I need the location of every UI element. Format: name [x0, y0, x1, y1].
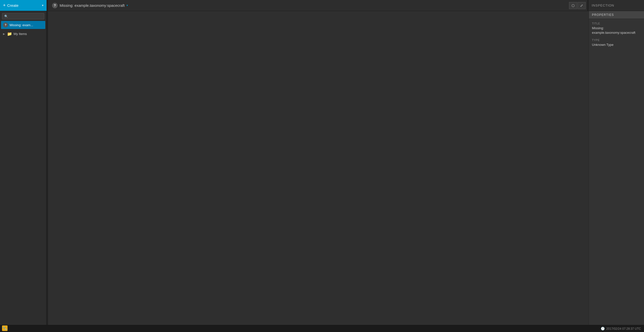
expand-icon: ⤢	[580, 4, 583, 8]
popout-icon: ⬡	[572, 4, 575, 8]
top-bar: + Create ▾ ? Missing: example.taxonomy:s…	[0, 0, 644, 11]
missing-item-sidebar-icon: ?	[3, 22, 8, 27]
inspection-panel: PROPERTIES TITLE Missing: example.taxono…	[589, 11, 644, 325]
inspection-header: INSPECTION	[589, 0, 644, 11]
sidebar-item-my-items-label: My Items	[14, 32, 27, 36]
expand-button[interactable]: ⤢	[578, 2, 586, 9]
sidebar-search-bar[interactable]: 🔍 ▾	[2, 13, 44, 19]
sidebar-item-missing-label: Missing: exam...	[10, 23, 33, 27]
main-content	[48, 11, 589, 325]
search-icon: 🔍	[4, 15, 8, 18]
properties-tab-label: PROPERTIES	[592, 13, 614, 17]
folder-icon: 📁	[7, 31, 12, 36]
header-dropdown-arrow-icon[interactable]: ▾	[127, 4, 128, 7]
sidebar-item-missing[interactable]: ? Missing: exam...	[1, 21, 45, 29]
create-dropdown-arrow-icon: ▾	[42, 4, 44, 7]
type-label: TYPE	[592, 39, 641, 42]
properties-tab[interactable]: PROPERTIES	[589, 11, 644, 19]
clock-icon: 🕐	[601, 327, 605, 330]
create-label: Create	[7, 3, 19, 8]
bottom-bar: 🔧 🕐 2017/02/24 07:28:37 UTC	[0, 325, 644, 332]
title-label: TITLE	[592, 22, 641, 25]
header-actions: ⬡ ⤢	[569, 2, 586, 9]
type-value: Unknown Type	[592, 43, 641, 47]
create-button[interactable]: + Create ▾	[0, 0, 47, 11]
title-value: Missing: example.taxonomy:spacecraft	[592, 26, 641, 35]
folder-expand-arrow-icon: ▶	[3, 32, 5, 35]
header-title: Missing: example.taxonomy:spacecraft	[60, 3, 125, 8]
status-bar: 🕐 2017/02/24 07:28:37 UTC	[601, 327, 641, 330]
timestamp: 2017/02/24 07:28:37 UTC	[606, 327, 641, 330]
popout-button[interactable]: ⬡	[569, 2, 577, 9]
search-input[interactable]	[10, 14, 52, 18]
sidebar-item-my-items[interactable]: ▶ 📁 My Items	[1, 30, 45, 38]
properties-section: TITLE Missing: example.taxonomy:spacecra…	[589, 19, 644, 54]
sidebar: 🔍 ▾ ? Missing: exam... ▶ 📁 My Items	[0, 11, 47, 325]
header-title-area: ? Missing: example.taxonomy:spacecraft ▾	[48, 0, 569, 11]
missing-item-icon: ?	[52, 3, 58, 8]
app-icon: 🔧	[2, 325, 8, 331]
inspection-label: INSPECTION	[592, 4, 614, 7]
plus-icon: +	[3, 3, 6, 8]
main-area: 🔍 ▾ ? Missing: exam... ▶ 📁 My Items PROP…	[0, 11, 644, 325]
